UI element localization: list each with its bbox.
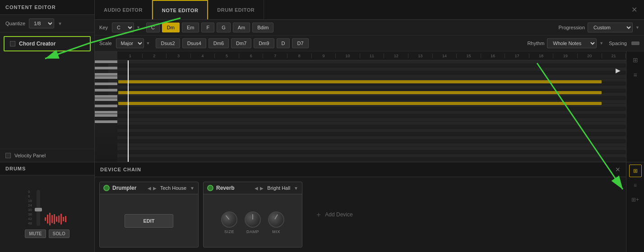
chord-btn-Am[interactable]: Am: [233, 23, 250, 32]
reverb-power-button[interactable]: [207, 185, 213, 191]
scale-btn-Dm9[interactable]: Dm9: [254, 38, 274, 48]
roll-row: [117, 86, 626, 89]
editor-close-button[interactable]: ✕: [624, 0, 644, 19]
roll-row: [117, 71, 626, 75]
ruler-tick-17: 17: [505, 54, 529, 58]
scale-btn-Dm6[interactable]: Dm6: [208, 38, 229, 48]
scale-btn-D7[interactable]: D7: [292, 38, 308, 48]
quantize-select[interactable]: 1/8 1/4 1/16 1/32: [29, 18, 54, 28]
tab-audio-editor[interactable]: AUDIO EDITOR: [95, 0, 152, 19]
scale-btn-D[interactable]: D: [277, 38, 290, 48]
reverb-preset-next[interactable]: ▶: [260, 186, 264, 191]
rhythm-label: Rhythm: [527, 41, 544, 46]
tab-drum-editor[interactable]: DRUM EDITOR: [208, 0, 264, 19]
scale-btn-Dsus4[interactable]: Dsus4: [182, 38, 206, 48]
velocity-panel-checkbox[interactable]: [5, 153, 11, 158]
roll-content[interactable]: [117, 60, 626, 162]
spacing-label: Spacing: [609, 41, 627, 46]
device-chain-close-button[interactable]: ✕: [615, 166, 621, 173]
drumpler-power-button[interactable]: [103, 185, 110, 191]
roll-row: [117, 125, 626, 129]
reverb-size-knob[interactable]: [221, 211, 237, 228]
piano-roll-grid[interactable]: 1 2 3 4 5 6 7 8 9 10 11 12 13 14: [117, 51, 626, 162]
key-select[interactable]: CC#D: [112, 23, 134, 32]
chord-btn-Bdim[interactable]: Bdim: [252, 23, 273, 32]
roll-row: [117, 140, 626, 143]
progression-dropdown-icon: ▼: [635, 25, 639, 30]
spacing-toggle[interactable]: [631, 41, 639, 45]
grid-icon[interactable]: ≡: [629, 69, 642, 81]
roll-row: [117, 133, 626, 136]
scale-btn-Dm7[interactable]: Dm7: [231, 38, 251, 48]
ruler-tick-11: 11: [360, 54, 385, 58]
rhythm-select[interactable]: Whole Notes Half Notes Quarter Notes: [547, 38, 597, 48]
ruler-tick-9: 9: [312, 54, 336, 58]
roll-row: [117, 60, 626, 64]
reverb-preset-dropdown[interactable]: ▼: [294, 186, 298, 191]
reverb-name: Reverb: [216, 185, 252, 191]
reverb-preset-prev[interactable]: ◀: [255, 186, 258, 191]
playhead: [128, 60, 129, 162]
chord-btn-G[interactable]: G: [217, 23, 231, 32]
roll-row: [117, 143, 626, 147]
device-reverb: Reverb ◀ ▶ Bright Hall ▼ SIZE: [203, 182, 302, 247]
roll-row: [117, 75, 626, 78]
grid-plus-icon[interactable]: ⊞+: [629, 193, 642, 206]
scale-select[interactable]: Major Minor: [116, 38, 144, 48]
note-block[interactable]: [118, 102, 602, 105]
waveform-display: [45, 212, 66, 226]
ruler-tick-1: 1: [118, 54, 143, 58]
roll-row: [117, 122, 626, 125]
ruler-tick-13: 13: [408, 54, 433, 58]
note-block[interactable]: [118, 91, 602, 94]
scale-btn-Dsus2[interactable]: Dsus2: [156, 38, 180, 48]
ruler-tick-15: 15: [457, 54, 481, 58]
roll-row: [117, 107, 626, 111]
drumpler-preset-prev[interactable]: ◀: [148, 186, 151, 191]
zoom-icon[interactable]: ⊞: [629, 54, 642, 66]
progression-select[interactable]: Custom I-IV-V I-V-vi-IV: [588, 23, 633, 32]
drumpler-preset-dropdown[interactable]: ▼: [190, 186, 195, 191]
drumpler-name: Drumpler: [112, 185, 145, 191]
drumpler-edit-button[interactable]: EDIT: [125, 214, 173, 228]
chord-btn-F[interactable]: F: [201, 23, 214, 32]
drums-header: DRUMS: [0, 162, 94, 175]
roll-row: [117, 147, 626, 151]
quantize-label: Quantize: [5, 21, 25, 26]
key-dropdown-icon: ▼: [136, 25, 140, 30]
ruler-tick-4: 4: [191, 54, 215, 58]
reverb-damp-knob[interactable]: [245, 211, 261, 228]
note-block[interactable]: [118, 80, 602, 83]
tab-note-editor[interactable]: NOTE EDITOR: [152, 0, 208, 19]
ruler-tick-2: 2: [143, 54, 167, 58]
ruler-tick-14: 14: [433, 54, 457, 58]
reverb-mix-knob[interactable]: [268, 211, 284, 228]
quantize-dropdown-icon: ▼: [58, 21, 62, 26]
rhythm-dropdown-icon: ▼: [599, 41, 603, 46]
chord-btn-C[interactable]: C: [146, 23, 160, 32]
add-device-area[interactable]: ＋ Add Device: [307, 182, 361, 247]
roll-row: [117, 154, 626, 158]
solo-button[interactable]: SOLO: [49, 229, 69, 238]
content-editor-header: CONTENT EDITOR: [0, 0, 94, 15]
chord-btn-Em[interactable]: Em: [182, 23, 199, 32]
add-device-icon: ＋: [315, 210, 322, 220]
chord-creator-checkbox[interactable]: [10, 41, 15, 46]
roll-row: [117, 161, 626, 162]
mixer-icon[interactable]: ≡: [629, 179, 642, 192]
drumpler-preset-name: Tech House: [158, 185, 188, 191]
device-chain-toggle-icon[interactable]: ⊞: [629, 165, 642, 177]
mute-button[interactable]: MUTE: [25, 229, 46, 238]
right-icons-panel: ⊞ ≡: [626, 51, 644, 162]
add-device-label: Add Device: [325, 211, 352, 218]
roll-row: [117, 111, 626, 115]
reverb-preset-name: Bright Hall: [265, 185, 292, 191]
roll-row: [117, 118, 626, 122]
drumpler-preset-next[interactable]: ▶: [153, 186, 157, 191]
ruler-tick-21: 21: [602, 54, 626, 58]
ruler-tick-6: 6: [239, 54, 264, 58]
volume-fader[interactable]: [37, 190, 40, 226]
roll-row: [117, 136, 626, 140]
roll-row: [117, 64, 626, 68]
chord-btn-Dm[interactable]: Dm: [162, 23, 180, 32]
